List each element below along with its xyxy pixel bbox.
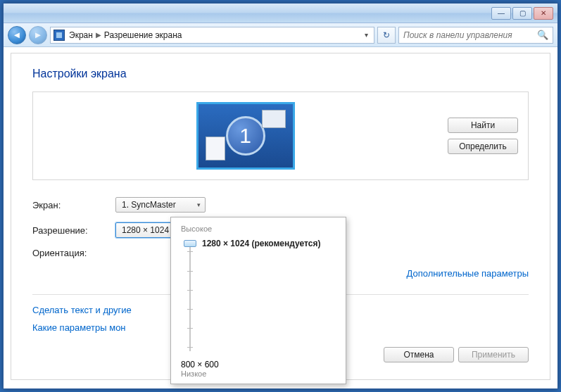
minimize-button[interactable]: —	[491, 7, 511, 20]
find-button[interactable]: Найти	[448, 118, 518, 133]
forward-button[interactable]: ►	[29, 26, 47, 44]
screen-field: Экран: 1. SyncMaster	[32, 197, 529, 213]
slider-thumb[interactable]	[184, 240, 196, 247]
advanced-settings-link[interactable]: Дополнительные параметры	[406, 268, 529, 279]
monitor-number-badge: 1	[226, 116, 265, 156]
monitor-thumbnail[interactable]: 1	[196, 102, 295, 170]
window-icon	[262, 110, 286, 128]
slider-low-label: Низкое	[181, 369, 336, 378]
resolution-slider-popup: Высокое 1280 × 1024 (рекомендуется) 800 …	[170, 217, 346, 384]
titlebar: — ▢ ✕	[4, 4, 557, 23]
address-bar[interactable]: Экран ▶ Разрешение экрана ▾	[50, 27, 374, 44]
maximize-button[interactable]: ▢	[512, 7, 532, 20]
breadcrumb-item[interactable]: Разрешение экрана	[104, 30, 182, 40]
slider-value-high: 1280 × 1024 (рекомендуется)	[202, 239, 336, 248]
breadcrumb-item[interactable]: Экран	[69, 30, 93, 40]
refresh-button[interactable]: ↻	[377, 27, 396, 44]
close-button[interactable]: ✕	[534, 7, 553, 20]
chevron-down-icon[interactable]: ▾	[362, 31, 371, 39]
page-title: Настройки экрана	[32, 68, 529, 80]
orientation-label: Ориентация:	[32, 248, 115, 258]
monitor-params-link[interactable]: Какие параметры мон	[32, 322, 126, 333]
detect-button[interactable]: Определить	[448, 139, 518, 154]
search-input[interactable]	[403, 30, 537, 40]
display-icon	[53, 30, 65, 41]
screen-combo[interactable]: 1. SyncMaster	[115, 197, 206, 213]
window-icon	[206, 137, 225, 160]
apply-button[interactable]: Применить	[458, 347, 529, 362]
slider-high-label: Высокое	[181, 225, 336, 233]
search-icon[interactable]: 🔍	[537, 30, 548, 40]
monitor-preview-frame: 1 Найти Определить	[32, 91, 529, 180]
navbar: ◄ ► Экран ▶ Разрешение экрана ▾ ↻ 🔍	[4, 23, 557, 47]
control-panel-window: — ▢ ✕ ◄ ► Экран ▶ Разрешение экрана ▾ ↻ …	[3, 3, 558, 389]
footer-buttons: Отмена Применить	[384, 347, 529, 362]
chevron-right-icon: ▶	[96, 31, 101, 39]
search-box[interactable]: 🔍	[398, 27, 553, 44]
resolution-label: Разрешение:	[32, 225, 115, 236]
slider-value-low: 800 × 600	[181, 360, 336, 369]
back-button[interactable]: ◄	[8, 26, 26, 44]
resolution-slider[interactable]	[185, 237, 195, 357]
screen-label: Экран:	[32, 200, 115, 210]
cancel-button[interactable]: Отмена	[384, 347, 454, 362]
text-size-link[interactable]: Сделать текст и другие	[32, 305, 132, 315]
